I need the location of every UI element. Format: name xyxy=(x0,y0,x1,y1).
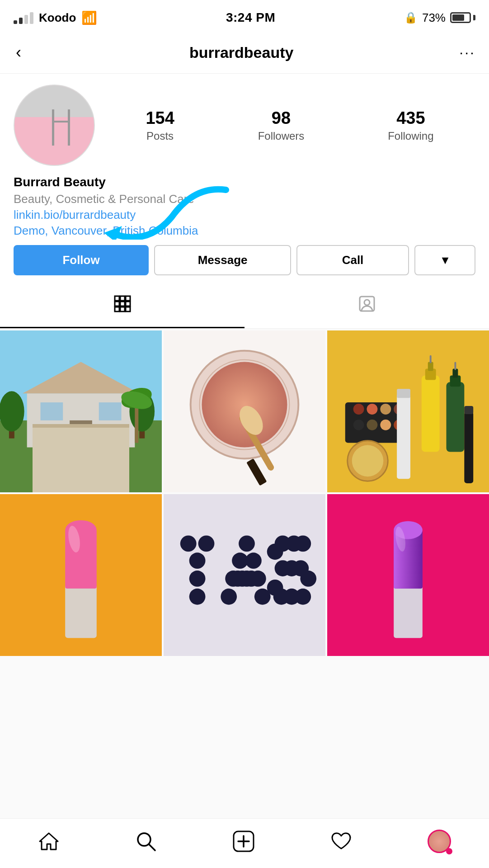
heart-icon xyxy=(330,830,352,852)
call-button[interactable]: Call xyxy=(296,245,409,275)
svg-point-42 xyxy=(367,420,378,430)
svg-rect-3 xyxy=(126,296,130,301)
action-buttons: Follow Message Call ▾ xyxy=(14,245,475,275)
posts-stat[interactable]: 154 Posts xyxy=(146,108,174,142)
profile-section: 154 Posts 98 Followers 435 Following Bur… xyxy=(0,74,489,284)
follow-button[interactable]: Follow xyxy=(14,245,149,275)
profile-link[interactable]: linkin.bio/burrardbeauty xyxy=(14,208,475,222)
svg-rect-4 xyxy=(115,302,119,306)
carrier-label: Koodo xyxy=(39,11,76,25)
svg-point-31 xyxy=(202,362,287,448)
content-tabs xyxy=(0,284,489,329)
svg-point-66 xyxy=(180,535,197,552)
status-left: Koodo 📶 xyxy=(14,10,97,25)
wifi-icon: 📶 xyxy=(81,10,97,25)
followers-stat[interactable]: 98 Followers xyxy=(258,108,305,142)
grid-item[interactable] xyxy=(0,494,162,656)
following-stat[interactable]: 435 Following xyxy=(388,108,433,142)
svg-point-85 xyxy=(267,543,283,560)
svg-rect-18 xyxy=(41,402,63,420)
svg-rect-57 xyxy=(464,411,473,483)
svg-rect-56 xyxy=(397,389,410,398)
grid-icon xyxy=(114,295,131,316)
svg-rect-19 xyxy=(99,402,122,420)
chevron-down-icon: ▾ xyxy=(442,253,448,267)
svg-point-70 xyxy=(189,589,206,605)
nav-activity[interactable] xyxy=(321,826,361,857)
stats-container: 154 Posts 98 Followers 435 Following xyxy=(95,108,475,142)
message-button[interactable]: Message xyxy=(154,245,291,275)
profile-stats-row: 154 Posts 98 Followers 435 Following xyxy=(14,85,475,166)
svg-rect-2 xyxy=(120,296,125,301)
svg-point-43 xyxy=(380,420,391,430)
tab-grid[interactable] xyxy=(0,284,244,328)
grid-item[interactable] xyxy=(327,330,489,492)
svg-point-37 xyxy=(353,404,364,415)
posts-label: Posts xyxy=(146,130,174,142)
following-count: 435 xyxy=(396,108,425,128)
svg-point-93 xyxy=(267,580,283,596)
svg-rect-60 xyxy=(65,584,97,638)
svg-rect-20 xyxy=(70,420,92,448)
status-bar: Koodo 📶 3:24 PM 🔒 73% xyxy=(0,0,489,32)
home-icon xyxy=(38,830,60,852)
bio-section: Burrard Beauty Beauty, Cosmetic & Person… xyxy=(14,175,475,275)
svg-rect-9 xyxy=(126,307,130,311)
svg-rect-6 xyxy=(126,302,130,306)
nav-add[interactable] xyxy=(224,826,263,857)
profile-location: Demo, Vancouver, British Columbia xyxy=(14,224,475,238)
svg-point-84 xyxy=(295,535,311,552)
svg-point-39 xyxy=(380,404,391,415)
svg-rect-1 xyxy=(115,296,119,301)
svg-point-38 xyxy=(367,404,378,415)
svg-point-74 xyxy=(239,535,255,552)
svg-line-102 xyxy=(149,844,155,850)
signal-bars-icon xyxy=(14,11,33,24)
profile-display-name: Burrard Beauty xyxy=(14,175,475,189)
nav-search[interactable] xyxy=(126,826,166,857)
avatar xyxy=(14,85,95,166)
svg-rect-15 xyxy=(54,429,108,492)
bottom-nav xyxy=(0,818,489,868)
dropdown-button[interactable]: ▾ xyxy=(414,245,475,275)
nav-home[interactable] xyxy=(29,826,69,857)
svg-point-69 xyxy=(189,571,206,587)
grid-item[interactable] xyxy=(164,330,325,492)
tagged-icon xyxy=(358,295,376,316)
svg-point-81 xyxy=(243,571,259,587)
posts-count: 154 xyxy=(146,108,174,128)
svg-point-68 xyxy=(189,552,206,569)
grid-item[interactable] xyxy=(0,330,162,492)
status-right: 🔒 73% xyxy=(404,11,475,25)
header: ‹ burrardbeauty ··· xyxy=(0,32,489,74)
more-options-button[interactable]: ··· xyxy=(459,44,475,61)
search-icon xyxy=(135,830,157,852)
svg-point-71 xyxy=(221,589,237,605)
svg-point-41 xyxy=(353,420,364,430)
svg-rect-58 xyxy=(464,406,473,414)
profile-avatar-nav xyxy=(428,830,451,853)
status-time: 3:24 PM xyxy=(226,10,275,25)
svg-rect-5 xyxy=(120,302,125,306)
grid-item[interactable] xyxy=(327,494,489,656)
svg-rect-54 xyxy=(454,362,456,370)
tab-tagged[interactable] xyxy=(244,284,489,328)
svg-point-89 xyxy=(300,571,316,587)
lock-icon: 🔒 xyxy=(404,11,418,24)
back-button[interactable]: ‹ xyxy=(14,41,24,64)
svg-rect-8 xyxy=(120,307,125,311)
followers-label: Followers xyxy=(258,130,305,142)
svg-point-11 xyxy=(364,300,370,305)
grid-item[interactable] xyxy=(164,494,325,656)
svg-point-67 xyxy=(198,535,215,552)
battery-icon xyxy=(450,12,475,23)
svg-rect-51 xyxy=(447,382,465,452)
battery-percent: 73% xyxy=(422,11,446,25)
svg-rect-55 xyxy=(397,393,410,479)
svg-point-75 xyxy=(245,552,262,569)
following-label: Following xyxy=(388,130,433,142)
nav-profile[interactable] xyxy=(418,825,460,858)
profile-category: Beauty, Cosmetic & Personal Care xyxy=(14,192,475,206)
add-icon xyxy=(233,830,254,852)
svg-point-22 xyxy=(0,391,24,432)
